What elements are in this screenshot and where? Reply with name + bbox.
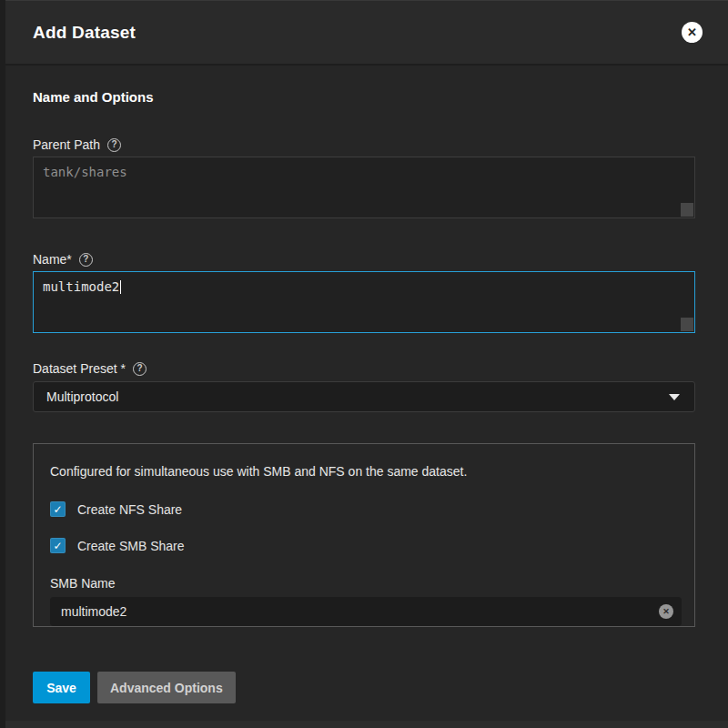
checkbox-checked-icon[interactable]: ✓ bbox=[50, 538, 66, 553]
smb-name-input[interactable]: multimode2 ✕ bbox=[50, 597, 682, 626]
dataset-preset-label: Dataset Preset * bbox=[33, 361, 126, 376]
create-nfs-share-label: Create NFS Share bbox=[77, 502, 182, 517]
create-nfs-share-checkbox-row[interactable]: ✓ Create NFS Share bbox=[50, 501, 678, 517]
smb-name-value: multimode2 bbox=[61, 604, 126, 619]
text-cursor bbox=[120, 280, 121, 294]
chevron-down-icon bbox=[669, 394, 680, 400]
parent-path-textarea[interactable]: tank/shares bbox=[33, 157, 695, 218]
name-value: multimode2 bbox=[43, 279, 119, 294]
clear-input-icon[interactable]: ✕ bbox=[659, 604, 673, 619]
smb-name-label: SMB Name bbox=[50, 576, 678, 591]
name-textarea[interactable]: multimode2 bbox=[33, 271, 695, 333]
checkbox-checked-icon[interactable]: ✓ bbox=[50, 501, 66, 517]
resize-handle[interactable] bbox=[681, 318, 693, 331]
create-smb-share-checkbox-row[interactable]: ✓ Create SMB Share bbox=[50, 538, 678, 553]
dataset-preset-label-row: Dataset Preset * ? bbox=[33, 361, 701, 376]
help-icon[interactable]: ? bbox=[79, 253, 93, 267]
help-icon[interactable]: ? bbox=[133, 362, 147, 376]
resize-handle[interactable] bbox=[681, 203, 693, 217]
parent-path-label: Parent Path bbox=[33, 137, 100, 152]
name-label-row: Name* ? bbox=[33, 252, 701, 267]
advanced-options-button[interactable]: Advanced Options bbox=[97, 672, 236, 703]
multiprotocol-description: Configured for simultaneous use with SMB… bbox=[50, 464, 678, 479]
dialog-content: Name and Options Parent Path ? tank/shar… bbox=[5, 66, 728, 721]
name-label: Name* bbox=[33, 252, 72, 267]
save-button[interactable]: Save bbox=[33, 672, 90, 703]
dialog-title: Add Dataset bbox=[33, 23, 136, 43]
dialog-actions: Save Advanced Options bbox=[33, 672, 701, 703]
dataset-preset-select[interactable]: Multiprotocol bbox=[33, 381, 695, 412]
create-smb-share-label: Create SMB Share bbox=[77, 539, 185, 553]
page-bottom-edge bbox=[5, 721, 728, 728]
page-background: Add Dataset ✕ Name and Options Parent Pa… bbox=[0, 0, 728, 728]
multiprotocol-options-box: Configured for simultaneous use with SMB… bbox=[33, 443, 695, 627]
parent-path-value: tank/shares bbox=[43, 165, 127, 179]
add-dataset-dialog: Add Dataset ✕ Name and Options Parent Pa… bbox=[5, 0, 728, 721]
close-icon[interactable]: ✕ bbox=[682, 22, 703, 43]
dialog-header: Add Dataset ✕ bbox=[5, 1, 728, 66]
dataset-preset-value: Multiprotocol bbox=[46, 389, 118, 404]
parent-path-label-row: Parent Path ? bbox=[33, 137, 701, 152]
help-icon[interactable]: ? bbox=[107, 138, 121, 152]
section-heading: Name and Options bbox=[33, 89, 701, 105]
